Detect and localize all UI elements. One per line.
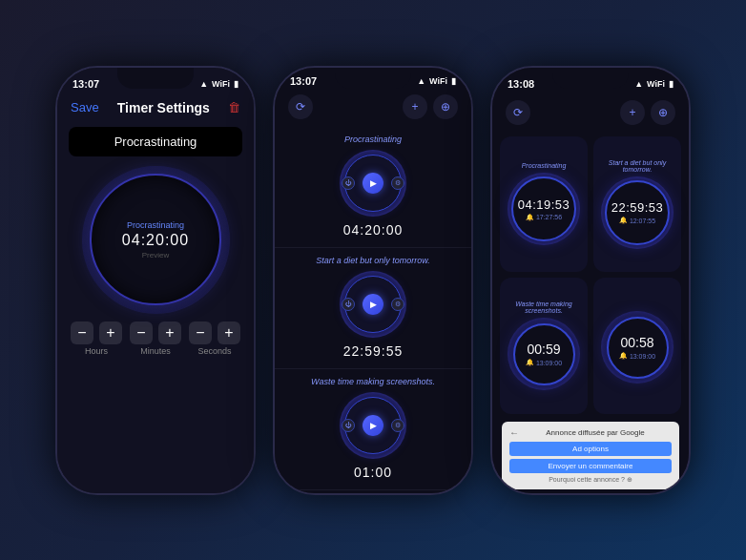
alarm-row-2: 🔔 12:07:55: [619, 217, 655, 224]
settings-header: Save Timer Settings 🗑: [57, 96, 254, 123]
alarm-row-1: 🔔 17:27:56: [526, 214, 562, 221]
timer-preview-circle: Procrastinating 04:20:00 Preview: [82, 166, 230, 314]
timer-1-right-controls: ⚙: [391, 176, 404, 190]
minutes-buttons: − +: [130, 321, 181, 344]
phone2-toolbar: ⟳ + ⊕: [275, 91, 471, 127]
power-icon-1[interactable]: ⏻: [342, 176, 355, 190]
status-icons-1: ▲ WiFi ▮: [199, 79, 238, 89]
timer-1-left-controls: ⏻: [342, 176, 355, 190]
ad-comment-button-3[interactable]: Envoyer un commentaire: [509, 459, 672, 473]
seconds-minus-button[interactable]: −: [189, 321, 212, 344]
toolbar-right: + ⊕: [403, 94, 458, 119]
timers-grid: Procrastinating 04:19:53 🔔 17:27:56 S: [492, 133, 689, 418]
ad-why-label-3: Pourquoi cette annonce ? ⊕: [509, 476, 672, 484]
timer-3-label: Waste time making screenshots.: [311, 377, 435, 386]
minutes-control: − + Minutes: [130, 321, 181, 356]
ring-outer: Procrastinating 04:20:00 Preview: [82, 166, 230, 314]
timer-name-input[interactable]: Procrastinating: [69, 127, 242, 156]
running-timer-1: Procrastinating 04:19:53 🔔 17:27:56: [500, 136, 588, 273]
alarm-row-4: 🔔 13:09:00: [619, 352, 655, 360]
minutes-plus-button[interactable]: +: [158, 321, 181, 344]
running-label-2: Start a diet but only tomorrow.: [597, 159, 677, 173]
save-button[interactable]: Save: [71, 100, 99, 114]
running-ring-4: 00:58 🔔 13:09:00: [601, 311, 673, 384]
running-label-1: Procrastinating: [518, 162, 570, 169]
wifi-icon: WiFi: [212, 79, 230, 89]
time-controls: − + Hours − + Minutes − +: [69, 321, 242, 356]
preview-label: Preview: [142, 251, 169, 259]
battery-icon: ▮: [234, 79, 238, 89]
running-timer-3: Waste time making screenshots. 00:59 🔔 1…: [500, 278, 588, 414]
zoom-button-3[interactable]: ⊕: [651, 100, 675, 125]
ad-top-row-3: ← Annonce diffusée par Google: [509, 427, 672, 438]
ad-back-arrow-3[interactable]: ←: [509, 427, 519, 438]
minutes-minus-button[interactable]: −: [130, 321, 153, 344]
alarm-icon-4: 🔔: [619, 352, 628, 360]
alarm-time-3: 13:09:00: [536, 360, 562, 366]
timer-card-1: Procrastinating ⏻ ▶ ⚙ 04:20:00: [275, 127, 471, 248]
phone-2-content: 13:07 ▲ WiFi ▮ ⟳ + ⊕ Procrastinating: [275, 68, 471, 493]
timer-2-right-controls: ⚙: [391, 298, 404, 311]
minutes-label: Minutes: [140, 346, 171, 356]
alarm-time-2: 12:07:55: [630, 218, 655, 224]
running-ring-inner-2: 22:59:53 🔔 12:07:55: [605, 180, 670, 245]
running-ring-2: 22:59:53 🔔 12:07:55: [601, 176, 673, 249]
timer-2-label: Start a diet but only tomorrow.: [316, 256, 430, 265]
seconds-buttons: − +: [189, 321, 240, 344]
settings-icon-1[interactable]: ⚙: [391, 176, 404, 190]
signal-icon: ▲: [199, 79, 208, 89]
add-timer-button[interactable]: +: [403, 94, 427, 119]
timer-1-label: Procrastinating: [344, 135, 402, 144]
running-label-3: Waste time making screenshots.: [504, 301, 584, 314]
notch-3: [552, 68, 629, 89]
seconds-plus-button[interactable]: +: [218, 321, 240, 344]
running-time-4: 00:58: [620, 335, 653, 350]
play-button-3[interactable]: ▶: [363, 415, 383, 436]
settings-icon-button-3[interactable]: ⟳: [506, 100, 530, 125]
timer-3-left-controls: ⏻: [342, 419, 355, 432]
timer-2-left-controls: ⏻: [342, 298, 355, 311]
battery-icon-2: ▮: [451, 76, 456, 86]
wifi-icon-3: WiFi: [647, 79, 665, 89]
timer-2-ring: ⏻ ▶ ⚙: [340, 271, 406, 338]
alarm-row-3: 🔔 13:09:00: [526, 359, 562, 366]
alarm-icon-2: 🔔: [619, 217, 628, 224]
power-icon-2[interactable]: ⏻: [342, 298, 355, 311]
running-ring-3: 00:59 🔔 13:09:00: [508, 318, 580, 390]
timer-card-2: Start a diet but only tomorrow. ⏻ ▶ ⚙ 22…: [275, 248, 471, 369]
timer-1-time: 04:20:00: [343, 222, 404, 238]
running-ring-inner-3: 00:59 🔔 13:09:00: [513, 323, 575, 385]
running-ring-1: 04:19:53 🔔 17:27:56: [508, 173, 580, 245]
settings-icon-2[interactable]: ⚙: [391, 298, 404, 311]
play-button-1[interactable]: ▶: [363, 173, 383, 194]
ad-options-button-3[interactable]: Ad options: [509, 442, 672, 456]
alarm-icon-1: 🔔: [526, 214, 534, 221]
phone-2: 13:07 ▲ WiFi ▮ ⟳ + ⊕ Procrastinating: [273, 66, 473, 495]
alarm-time-4: 13:09:00: [630, 353, 655, 360]
running-ring-inner-4: 00:58 🔔 13:09:00: [607, 317, 669, 379]
running-time-2: 22:59:53: [611, 200, 664, 215]
status-time-2: 13:07: [290, 75, 317, 87]
scene: 13:07 ▲ WiFi ▮ Save Timer Settings 🗑 Pro…: [0, 0, 746, 560]
running-timer-2: Start a diet but only tomorrow. 22:59:53…: [593, 136, 681, 273]
settings-title: Timer Settings: [117, 100, 210, 115]
notch-2: [335, 68, 411, 89]
delete-button[interactable]: 🗑: [228, 100, 240, 114]
settings-icon-button[interactable]: ⟳: [288, 94, 313, 119]
power-icon-3[interactable]: ⏻: [342, 419, 355, 432]
running-time-3: 00:59: [527, 342, 560, 357]
phone-1: 13:07 ▲ WiFi ▮ Save Timer Settings 🗑 Pro…: [55, 66, 256, 495]
zoom-button[interactable]: ⊕: [433, 94, 458, 119]
hours-plus-button[interactable]: +: [99, 321, 122, 344]
add-timer-button-3[interactable]: +: [620, 100, 645, 125]
hours-minus-button[interactable]: −: [71, 321, 93, 344]
settings-icon-3[interactable]: ⚙: [391, 419, 404, 432]
hours-buttons: − +: [71, 321, 122, 344]
phone-3-content: 13:08 ▲ WiFi ▮ ⟳ + ⊕ Procrastinati: [492, 68, 689, 493]
play-button-2[interactable]: ▶: [363, 294, 383, 315]
ring-inner: Procrastinating 04:20:00 Preview: [90, 174, 221, 305]
hours-label: Hours: [85, 346, 108, 356]
ad-banner-2: ← Annonce diffusée par Google Ad options…: [284, 494, 462, 495]
timer-3-time: 01:00: [354, 465, 392, 480]
battery-icon-3: ▮: [669, 79, 673, 89]
